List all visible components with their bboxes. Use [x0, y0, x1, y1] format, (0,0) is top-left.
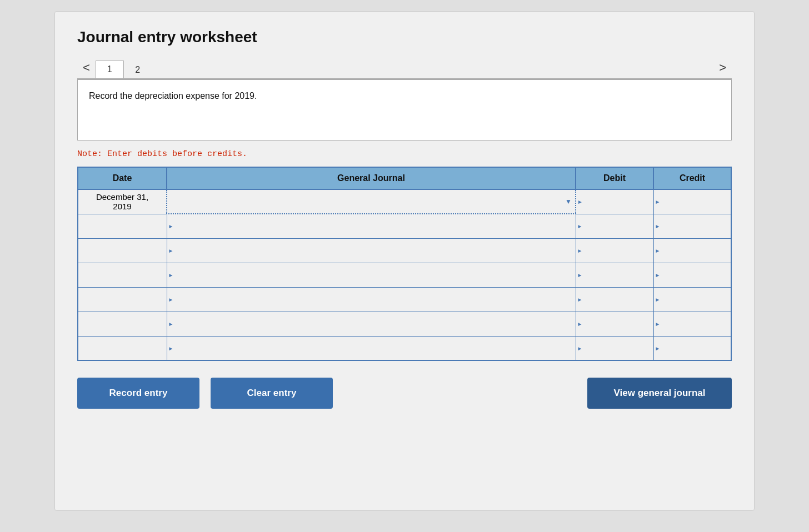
debit-arrow-0: ► — [577, 199, 583, 205]
table-row: ►►► — [78, 263, 731, 287]
header-general-journal: General Journal — [167, 167, 576, 189]
cell-date-5[interactable] — [78, 312, 167, 336]
button-row: Record entry Clear entry View general jo… — [77, 378, 732, 409]
table-row: ►►► — [78, 336, 731, 360]
cell-debit-6[interactable]: ► — [576, 336, 653, 360]
debit-arrow-5: ► — [577, 321, 583, 327]
credit-arrow-6: ► — [655, 345, 661, 351]
cell-left-arrow-2: ► — [168, 248, 174, 254]
cell-left-arrow-6: ► — [168, 345, 174, 351]
tab-1[interactable]: 1 — [96, 61, 124, 78]
record-entry-button[interactable]: Record entry — [77, 378, 199, 409]
credit-arrow-0: ► — [655, 199, 661, 205]
debit-arrow-3: ► — [577, 272, 583, 278]
header-credit: Credit — [653, 167, 731, 189]
cell-left-arrow-1: ► — [168, 223, 174, 229]
cell-debit-2[interactable]: ► — [576, 238, 653, 263]
cell-left-arrow-5: ► — [168, 321, 174, 327]
cell-debit-3[interactable]: ► — [576, 263, 653, 287]
page-title: Journal entry worksheet — [77, 28, 732, 46]
cell-journal-0[interactable]: ▼ — [167, 189, 576, 214]
debit-arrow-2: ► — [577, 248, 583, 254]
tab-wrapper: 1 2 — [96, 61, 152, 78]
credit-arrow-1: ► — [655, 223, 661, 229]
cell-credit-5[interactable]: ► — [653, 312, 731, 336]
cell-left-arrow-3: ► — [168, 272, 174, 278]
cell-date-1[interactable] — [78, 214, 167, 238]
cell-journal-5[interactable]: ► — [167, 312, 576, 336]
table-row: December 31, 2019▼►► — [78, 189, 731, 214]
cell-debit-1[interactable]: ► — [576, 214, 653, 238]
table-row: ►►► — [78, 312, 731, 336]
cell-date-4[interactable] — [78, 287, 167, 312]
cell-debit-0[interactable]: ► — [576, 189, 653, 214]
cell-date-3[interactable] — [78, 263, 167, 287]
debit-arrow-6: ► — [577, 345, 583, 351]
tab-navigation: < 1 2 > — [77, 57, 732, 79]
cell-debit-4[interactable]: ► — [576, 287, 653, 312]
cell-date-6[interactable] — [78, 336, 167, 360]
debit-arrow-4: ► — [577, 297, 583, 303]
next-arrow[interactable]: > — [713, 57, 732, 78]
table-row: ►►► — [78, 238, 731, 263]
cell-credit-1[interactable]: ► — [653, 214, 731, 238]
table-row: ►►► — [78, 287, 731, 312]
cell-credit-0[interactable]: ► — [653, 189, 731, 214]
cell-journal-3[interactable]: ► — [167, 263, 576, 287]
credit-arrow-5: ► — [655, 321, 661, 327]
prev-arrow[interactable]: < — [77, 57, 96, 78]
cell-date-2[interactable] — [78, 238, 167, 263]
cell-journal-6[interactable]: ► — [167, 336, 576, 360]
cell-credit-6[interactable]: ► — [653, 336, 731, 360]
journal-table: Date General Journal Debit Credit Decemb… — [77, 167, 732, 361]
cell-debit-5[interactable]: ► — [576, 312, 653, 336]
note-text: Note: Enter debits before credits. — [77, 149, 732, 159]
header-debit: Debit — [576, 167, 653, 189]
cell-journal-4[interactable]: ► — [167, 287, 576, 312]
credit-arrow-2: ► — [655, 248, 661, 254]
cell-credit-2[interactable]: ► — [653, 238, 731, 263]
cell-journal-1[interactable]: ► — [167, 214, 576, 238]
instructions-text: Record the depreciation expense for 2019… — [89, 91, 257, 101]
view-general-journal-button[interactable]: View general journal — [587, 378, 732, 409]
header-date: Date — [78, 167, 167, 189]
credit-arrow-3: ► — [655, 272, 661, 278]
clear-entry-button[interactable]: Clear entry — [211, 378, 333, 409]
cell-credit-3[interactable]: ► — [653, 263, 731, 287]
credit-arrow-4: ► — [655, 297, 661, 303]
table-row: ►►► — [78, 214, 731, 238]
cell-journal-2[interactable]: ► — [167, 238, 576, 263]
cell-left-arrow-4: ► — [168, 297, 174, 303]
cell-date-0[interactable]: December 31, 2019 — [78, 189, 167, 214]
debit-arrow-1: ► — [577, 223, 583, 229]
main-container: Journal entry worksheet < 1 2 > Record t… — [54, 11, 755, 511]
dropdown-arrow-0[interactable]: ▼ — [565, 198, 572, 205]
instructions-box: Record the depreciation expense for 2019… — [77, 79, 732, 140]
cell-credit-4[interactable]: ► — [653, 287, 731, 312]
tab-2[interactable]: 2 — [124, 62, 152, 78]
